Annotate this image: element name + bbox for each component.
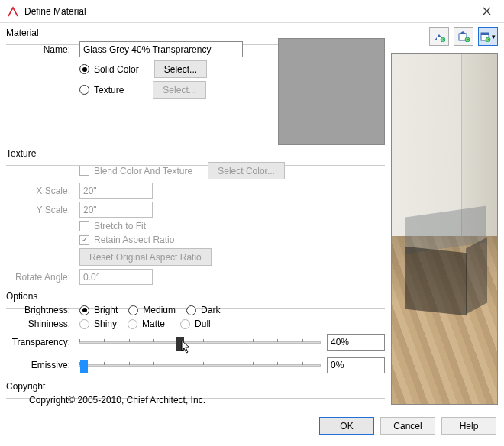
dark-radio[interactable]: Dark	[186, 305, 220, 315]
transparency-slider[interactable]	[79, 332, 327, 352]
svg-rect-5	[481, 33, 489, 35]
dull-radio[interactable]: Dull	[180, 318, 211, 329]
options-group: Options Brightness: Bright Medium Dark S…	[6, 291, 385, 378]
app-icon	[8, 6, 18, 17]
preview-pane[interactable]	[391, 53, 498, 405]
shiny-radio[interactable]: Shiny	[79, 318, 117, 329]
texture-group: Texture Blend Color And Texture Select C…	[6, 148, 385, 288]
view-menu-button[interactable]: ▾	[478, 27, 498, 46]
material-legend: Material	[6, 27, 41, 38]
yscale-label: Y Scale:	[6, 205, 79, 215]
yscale-input	[79, 202, 153, 218]
emissive-label: Emissive:	[6, 360, 79, 370]
shininess-label: Shininess:	[6, 318, 79, 329]
texture-legend: Texture	[6, 148, 38, 159]
dialog-buttons: OK Cancel Help	[0, 412, 504, 435]
rotate-input	[79, 269, 153, 285]
material-group: Material Name: Solid Color Select...	[6, 27, 385, 145]
options-legend: Options	[6, 291, 40, 302]
transparency-input[interactable]	[327, 334, 385, 351]
titlebar: Define Material	[0, 0, 504, 23]
xscale-input	[79, 183, 153, 199]
brightness-label: Brightness:	[6, 305, 79, 315]
texture-radio[interactable]: Texture	[79, 85, 124, 95]
emissive-slider[interactable]	[79, 355, 327, 375]
chevron-down-icon: ▾	[492, 33, 496, 40]
ok-button[interactable]: OK	[319, 417, 374, 435]
save-view-button[interactable]	[454, 27, 473, 46]
retain-aspect-checkbox: Retain Aspect Ratio	[79, 234, 174, 245]
matte-radio[interactable]: Matte	[128, 318, 165, 329]
blend-checkbox: Blend Color And Texture	[79, 166, 192, 176]
stretch-checkbox: Stretch to Fit	[79, 221, 146, 231]
solid-select-button[interactable]: Select...	[154, 60, 207, 78]
solid-color-radio[interactable]: Solid Color	[79, 64, 139, 75]
name-input[interactable]	[79, 41, 243, 57]
close-button[interactable]	[469, 0, 504, 23]
material-swatch	[278, 38, 385, 145]
cancel-button[interactable]: Cancel	[380, 417, 435, 435]
select-color-button: Select Color...	[208, 162, 285, 179]
rotate-label: Rotate Angle:	[6, 272, 79, 283]
bright-radio[interactable]: Bright	[79, 305, 118, 315]
texture-select-button: Select...	[153, 81, 205, 99]
xscale-label: X Scale:	[6, 186, 79, 196]
window-title: Define Material	[24, 6, 469, 17]
copyright-legend: Copyright	[6, 381, 47, 392]
help-button[interactable]: Help	[441, 417, 496, 435]
name-label: Name:	[6, 44, 79, 55]
medium-radio[interactable]: Medium	[128, 305, 176, 315]
restore-view-button[interactable]	[429, 27, 449, 46]
copyright-group: Copyright Copyright© 2005-2010, Chief Ar…	[6, 381, 385, 409]
copyright-text: Copyright© 2005-2010, Chief Architect, I…	[29, 395, 205, 406]
emissive-input[interactable]	[327, 357, 385, 373]
preview-toolbar: ▾	[391, 27, 498, 46]
transparency-label: Transparency:	[6, 337, 79, 347]
reset-aspect-button: Reset Original Aspect Ratio	[79, 248, 212, 266]
